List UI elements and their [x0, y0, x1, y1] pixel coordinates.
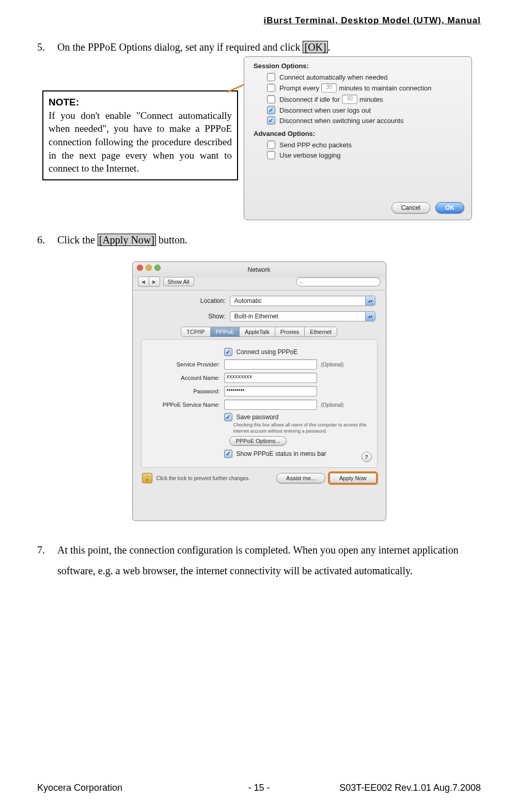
note-box: NOTE: If you don't enable "Connect autom…: [42, 90, 238, 180]
save-password-hint: Checking this box allows all users of th…: [233, 422, 371, 434]
password-input[interactable]: •••••••••: [224, 386, 317, 396]
prompt-label-b: minutes to maintain connection: [339, 84, 431, 92]
verbose-checkbox[interactable]: [267, 151, 275, 159]
footer-right: S03T-EE002 Rev.1.01 Aug.7.2008: [339, 783, 481, 793]
idle-minutes-input[interactable]: 30: [342, 95, 357, 104]
network-prefs-window: Network ◄ ► Show All ⌕ Location: Automat…: [132, 262, 386, 521]
footer-page-number: - 15 -: [248, 783, 270, 793]
connect-using-pppoe-checkbox[interactable]: [224, 348, 232, 356]
chevron-updown-icon: ▴▾: [365, 296, 375, 305]
step-5-num: 5.: [37, 41, 55, 53]
prompt-checkbox[interactable]: [267, 84, 275, 92]
password-label: Password:: [148, 388, 224, 394]
search-icon: ⌕: [300, 279, 303, 285]
page-header: iBurst Terminal, Desktop Model (UTW), Ma…: [37, 16, 481, 26]
step-6: 6. Click the [Apply Now] button.: [37, 234, 481, 246]
lock-text: Click the lock to prevent further change…: [156, 476, 250, 481]
step-5: 5. On the PPPoE Options dialog, set any …: [37, 41, 481, 53]
assist-me-button[interactable]: Assist me...: [276, 473, 325, 483]
save-password-checkbox[interactable]: [224, 413, 232, 421]
tab-pppoe[interactable]: PPPoE: [211, 327, 240, 336]
ok-ref: [OK]: [303, 41, 327, 53]
apply-now-ref: [Apply Now]: [98, 234, 156, 246]
show-status-checkbox[interactable]: [224, 450, 232, 458]
page-footer: Kyocera Corporation - 15 - S03T-EE002 Re…: [37, 783, 481, 793]
ok-button[interactable]: OK: [435, 202, 464, 213]
step-5-text-after: .: [328, 41, 331, 53]
help-button[interactable]: ?: [362, 452, 372, 462]
lock-icon[interactable]: 🔒: [142, 473, 152, 483]
apply-now-button[interactable]: Apply Now: [329, 473, 376, 483]
pppoe-options-button[interactable]: PPPoE Options...: [229, 436, 287, 446]
idle-checkbox[interactable]: [267, 95, 275, 103]
connect-auto-checkbox[interactable]: [267, 73, 275, 81]
chevron-updown-icon: ▴▾: [365, 312, 375, 321]
service-name-input[interactable]: [224, 400, 317, 410]
logout-label: Disconnect when user logs out: [279, 106, 371, 114]
note-body: If you don't enable "Connect automatical…: [49, 109, 232, 175]
pppoe-options-dialog: Session Options: Connect automatically w…: [244, 56, 472, 220]
window-title: Network: [133, 266, 386, 273]
account-name-label: Account Name:: [148, 375, 224, 381]
save-password-label: Save password: [237, 413, 279, 421]
tab-tcpip[interactable]: TCP/IP: [181, 327, 210, 336]
show-status-label: Show PPPoE status in menu bar: [237, 450, 326, 457]
step-7: 7. At this point, the connection configu…: [37, 540, 481, 581]
location-label: Location:: [143, 297, 230, 304]
step-6-num: 6.: [37, 234, 55, 246]
optional-note: (Optional): [321, 402, 344, 408]
service-name-label: PPPoE Service Name:: [148, 402, 224, 408]
prompt-label-a: Prompt every: [279, 84, 319, 92]
session-options-header: Session Options:: [254, 62, 462, 70]
connect-using-pppoe-label: Connect using PPPoE: [237, 348, 298, 356]
idle-label-a: Disconnect if idle for: [279, 96, 340, 103]
zoom-icon[interactable]: [154, 265, 161, 271]
account-name-input[interactable]: xxxxxxxxx: [224, 373, 317, 383]
footer-left: Kyocera Corporation: [37, 783, 122, 793]
step-7-num: 7.: [37, 540, 55, 560]
cancel-button[interactable]: Cancel: [391, 202, 430, 213]
service-provider-input[interactable]: [224, 359, 317, 370]
close-icon[interactable]: [137, 265, 143, 271]
step-6-text-after: button.: [156, 234, 187, 246]
prompt-minutes-input[interactable]: 30: [321, 83, 337, 93]
note-title: NOTE:: [49, 96, 232, 109]
optional-note: (Optional): [321, 362, 344, 367]
echo-label: Send PPP echo packets: [279, 141, 352, 149]
show-label: Show:: [143, 313, 230, 320]
idle-label-b: minutes: [359, 96, 383, 103]
echo-checkbox[interactable]: [267, 141, 275, 149]
tab-proxies[interactable]: Proxies: [275, 327, 305, 336]
switch-user-label: Disconnect when switching user accounts: [279, 117, 404, 125]
verbose-label: Use verbose logging: [279, 151, 341, 159]
advanced-options-header: Advanced Options:: [254, 130, 462, 137]
tab-bar: TCP/IP PPPoE AppleTalk Proxies Ethernet: [181, 327, 337, 337]
step-7-text: At this point, the connection configurat…: [57, 540, 466, 581]
forward-button[interactable]: ►: [149, 277, 160, 287]
tab-appletalk[interactable]: AppleTalk: [240, 327, 275, 336]
service-provider-label: Service Provider:: [148, 361, 224, 367]
minimize-icon[interactable]: [146, 265, 152, 271]
search-input[interactable]: ⌕: [296, 277, 381, 286]
step-6-text: Click the: [57, 234, 98, 246]
switch-user-checkbox[interactable]: [267, 116, 275, 125]
connect-auto-label: Connect automatically when needed: [279, 73, 388, 81]
logout-checkbox[interactable]: [267, 106, 275, 114]
back-button[interactable]: ◄: [138, 277, 149, 287]
show-all-button[interactable]: Show All: [163, 277, 194, 286]
tab-ethernet[interactable]: Ethernet: [305, 327, 337, 336]
location-select[interactable]: Automatic▴▾: [230, 296, 375, 306]
pppoe-panel: Connect using PPPoE Service Provider:(Op…: [141, 339, 378, 468]
step-5-text: On the PPPoE Options dialog, set any if …: [57, 41, 303, 53]
show-select[interactable]: Built-in Ethernet▴▾: [230, 311, 375, 321]
